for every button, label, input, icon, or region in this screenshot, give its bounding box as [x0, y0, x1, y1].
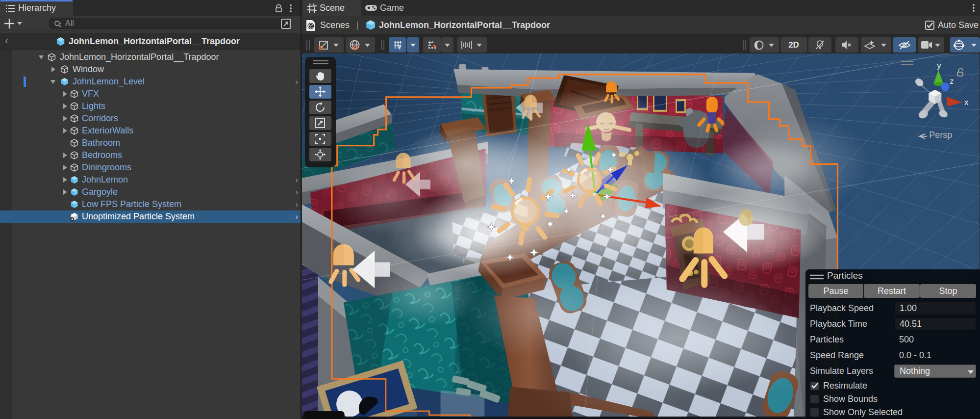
svg-text:y: y	[937, 61, 941, 70]
svg-text:Persp: Persp	[929, 130, 952, 140]
svg-text:Y: Y	[398, 45, 402, 51]
svg-text:z: z	[950, 77, 954, 85]
svg-text:x: x	[964, 98, 969, 107]
